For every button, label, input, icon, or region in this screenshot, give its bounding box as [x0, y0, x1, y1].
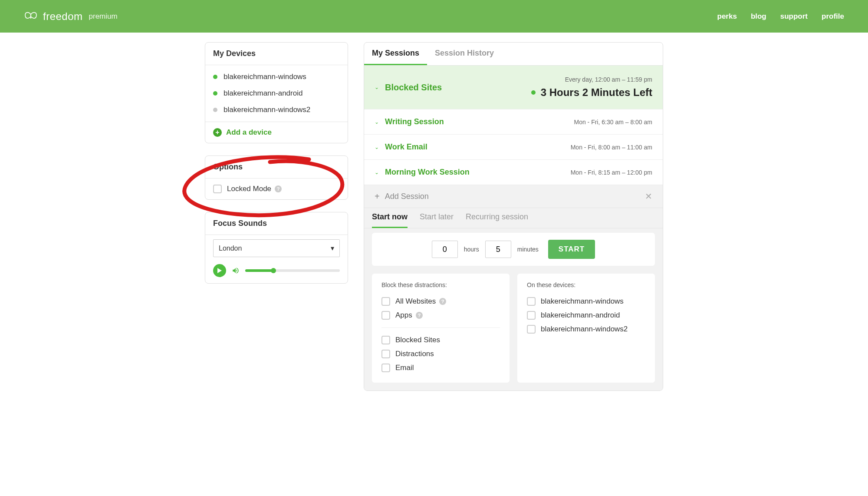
session-schedule: Mon - Fri, 8:00 am – 11:00 am: [571, 144, 652, 151]
help-icon[interactable]: ?: [439, 298, 446, 305]
session-row[interactable]: ⌄ Work Email Mon - Fri, 8:00 am – 11:00 …: [364, 135, 663, 160]
play-icon: [217, 268, 222, 274]
options-card: Options Locked Mode ?: [205, 155, 348, 200]
check-list-item[interactable]: Email: [381, 361, 500, 375]
checkbox[interactable]: [381, 336, 390, 344]
status-dot-online: [213, 91, 217, 96]
session-row[interactable]: ⌄ Morning Work Session Mon - Fri, 8:15 a…: [364, 160, 663, 185]
focus-sounds-title: Focus Sounds: [205, 212, 348, 235]
checkbox[interactable]: [527, 311, 536, 320]
chevron-down-icon: ⌄: [375, 119, 379, 125]
chevron-down-icon: ⌄: [375, 144, 379, 150]
device-check-item[interactable]: blakereichmann-windows2: [527, 322, 645, 336]
checkbox[interactable]: [381, 350, 390, 358]
checkbox[interactable]: [381, 364, 390, 372]
session-row-active[interactable]: ⌄ Blocked Sites Every day, 12:00 am – 11…: [364, 66, 663, 109]
device-label: blakereichmann-android: [541, 311, 620, 320]
session-schedule: Mon - Fri, 6:30 am – 8:00 am: [574, 119, 652, 126]
start-button[interactable]: START: [548, 240, 595, 259]
focus-sounds-card: Focus Sounds London ▾: [205, 212, 348, 284]
checkbox[interactable]: [527, 325, 536, 334]
device-label: blakereichmann-windows: [541, 297, 624, 306]
help-icon[interactable]: ?: [275, 185, 282, 192]
check-all-websites[interactable]: All Websites ?: [381, 294, 500, 308]
device-label: blakereichmann-windows2: [541, 325, 628, 334]
options-title: Options: [205, 156, 348, 179]
device-item[interactable]: blakereichmann-windows: [205, 69, 348, 85]
butterfly-icon: [24, 11, 38, 22]
device-name: blakereichmann-android: [224, 89, 302, 98]
divider: [381, 327, 500, 328]
device-check-item[interactable]: blakereichmann-android: [527, 308, 645, 322]
start-row: hours minutes START: [372, 233, 655, 266]
tab-start-later[interactable]: Start later: [420, 208, 454, 228]
session-row[interactable]: ⌄ Writing Session Mon - Fri, 6:30 am – 8…: [364, 109, 663, 135]
status-dot-online: [213, 75, 217, 79]
sessions-card: My Sessions Session History ⌄ Blocked Si…: [364, 42, 663, 391]
hours-input[interactable]: [432, 241, 458, 258]
distractions-title: Block these distractions:: [381, 281, 500, 288]
on-devices-title: On these devices:: [527, 281, 645, 288]
chevron-down-icon: ▾: [331, 244, 334, 252]
checkbox[interactable]: [381, 297, 390, 306]
tab-recurring[interactable]: Recurring session: [466, 208, 528, 228]
sound-dropdown[interactable]: London ▾: [213, 239, 340, 257]
device-name: blakereichmann-windows: [224, 73, 306, 81]
check-label: Apps: [395, 311, 412, 320]
device-name: blakereichmann-windows2: [224, 106, 310, 114]
tab-start-now[interactable]: Start now: [372, 208, 408, 228]
add-device-button[interactable]: + Add a device: [205, 122, 348, 143]
check-label: Distractions: [395, 350, 434, 358]
devices-panel: On these devices: blakereichmann-windows…: [517, 274, 655, 383]
check-label: All Websites: [395, 297, 436, 306]
check-list-item[interactable]: Blocked Sites: [381, 333, 500, 347]
session-name: Work Email: [385, 142, 427, 152]
nav-links: perks blog support profile: [717, 12, 845, 21]
nav-support[interactable]: support: [780, 12, 808, 21]
locked-mode-checkbox[interactable]: [213, 185, 222, 193]
session-mode-tabs: Start now Start later Recurring session: [364, 208, 663, 228]
plus-icon: +: [375, 192, 380, 202]
distractions-panel: Block these distractions: All Websites ?…: [372, 274, 510, 383]
play-button[interactable]: [213, 264, 226, 277]
time-left-label: 3 Hours 2 Minutes Left: [541, 86, 652, 99]
hours-label: hours: [464, 246, 479, 253]
logo[interactable]: freedom premium: [24, 10, 118, 23]
minutes-label: minutes: [517, 246, 539, 253]
device-check-item[interactable]: blakereichmann-windows: [527, 294, 645, 308]
add-device-label: Add a device: [226, 128, 272, 137]
nav-profile[interactable]: profile: [822, 12, 844, 21]
chevron-down-icon: ⌄: [375, 84, 379, 90]
nav-perks[interactable]: perks: [717, 12, 737, 21]
checkbox[interactable]: [381, 311, 390, 320]
device-item[interactable]: blakereichmann-windows2: [205, 102, 348, 118]
check-label: Blocked Sites: [395, 336, 440, 344]
volume-slider[interactable]: [245, 269, 340, 272]
status-dot-online: [531, 90, 536, 95]
tab-session-history[interactable]: Session History: [427, 43, 502, 65]
checkbox[interactable]: [527, 297, 536, 306]
plus-icon: +: [213, 128, 222, 137]
locked-mode-label: Locked Mode: [227, 185, 271, 193]
tab-my-sessions[interactable]: My Sessions: [364, 43, 427, 65]
session-name: Writing Session: [385, 117, 444, 126]
check-apps[interactable]: Apps ?: [381, 308, 500, 322]
help-icon[interactable]: ?: [416, 312, 423, 319]
status-dot-offline: [213, 108, 217, 112]
nav-blog[interactable]: blog: [751, 12, 766, 21]
session-name: Morning Work Session: [385, 168, 470, 177]
devices-title: My Devices: [205, 43, 348, 65]
devices-card: My Devices blakereichmann-windows blaker…: [205, 42, 348, 143]
check-label: Email: [395, 364, 414, 372]
device-item[interactable]: blakereichmann-android: [205, 85, 348, 102]
check-list-item[interactable]: Distractions: [381, 347, 500, 361]
session-name: Blocked Sites: [385, 83, 442, 93]
add-session-button[interactable]: + Add Session: [375, 192, 429, 202]
add-session-label: Add Session: [385, 192, 429, 201]
session-schedule: Every day, 12:00 am – 11:59 pm: [531, 76, 652, 83]
session-schedule: Mon - Fri, 8:15 am – 12:00 pm: [571, 169, 652, 176]
chevron-down-icon: ⌄: [375, 169, 379, 175]
close-icon[interactable]: ✕: [645, 191, 652, 202]
sound-selected: London: [219, 245, 242, 252]
minutes-input[interactable]: [485, 241, 511, 258]
